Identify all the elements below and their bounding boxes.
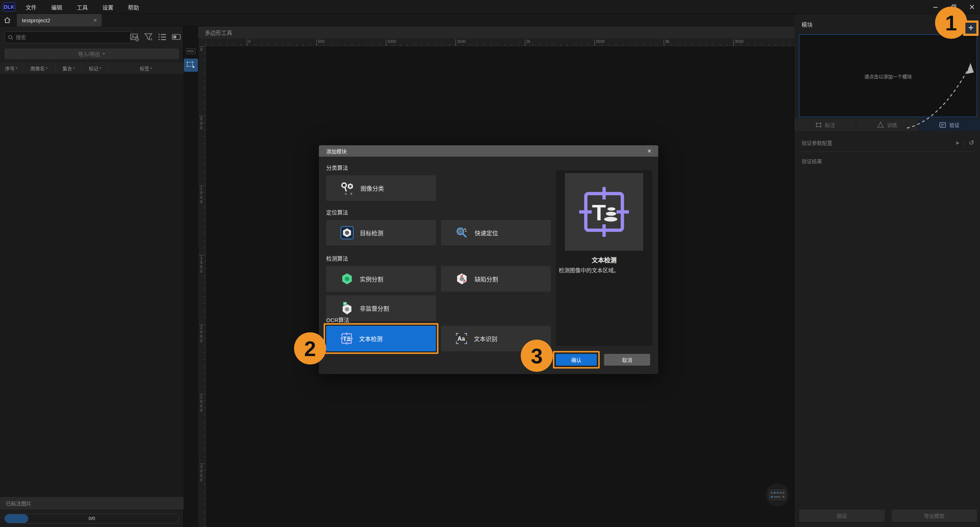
polygon-tool-icon bbox=[186, 61, 196, 70]
column-header-index[interactable]: 序号▾ bbox=[0, 62, 23, 74]
column-header-set[interactable]: 集合▾ bbox=[56, 62, 82, 74]
tool-title-bar: 多边形工具 bbox=[198, 26, 794, 38]
annotated-images-header: 已标注图片 bbox=[0, 497, 184, 509]
list-view-icon[interactable] bbox=[158, 32, 167, 42]
fast-positioning-icon bbox=[455, 226, 469, 240]
import-export-button[interactable]: 导入/导出 ▼ bbox=[5, 48, 179, 59]
filter-icon[interactable] bbox=[144, 32, 153, 42]
dialog-close-icon[interactable]: ✕ bbox=[647, 148, 658, 155]
ruler-label: 0 bbox=[247, 39, 250, 46]
search-input[interactable] bbox=[16, 34, 127, 40]
ruler-label: 3k bbox=[664, 39, 670, 46]
svg-text:T: T bbox=[343, 336, 347, 342]
step-annotation-2: 2 bbox=[294, 332, 326, 364]
module-panel-title: 模块 bbox=[802, 21, 813, 28]
column-header-label[interactable]: 标签▾ bbox=[108, 62, 184, 74]
title-bar: DLK 文件 编辑 工具 设置 帮助 bbox=[0, 0, 980, 14]
preview-title: 文本检测 bbox=[556, 255, 652, 264]
menu-file[interactable]: 文件 bbox=[25, 3, 37, 11]
divider bbox=[799, 152, 975, 152]
validation-result-label: 验证结果 bbox=[802, 157, 822, 164]
module-option-text-detection[interactable]: T 文本检测 bbox=[326, 326, 436, 351]
defect-segmentation-icon bbox=[455, 272, 469, 286]
step-annotation-1: 1 bbox=[935, 6, 967, 39]
svg-text:Aa: Aa bbox=[457, 335, 465, 342]
search-icon bbox=[8, 34, 14, 40]
menu-edit[interactable]: 编辑 bbox=[51, 3, 62, 11]
roi-icon: ROI bbox=[186, 48, 196, 54]
image-classification-icon: AB bbox=[340, 181, 355, 195]
dialog-header[interactable]: 添加模块 ✕ bbox=[319, 145, 658, 157]
add-module-highlight: + bbox=[963, 21, 978, 36]
validation-param-label: 验证参数配置 bbox=[794, 139, 832, 146]
module-option-fast-positioning[interactable]: 快速定位 bbox=[441, 220, 551, 246]
menu-help[interactable]: 帮助 bbox=[128, 3, 139, 11]
gallery-settings-icon[interactable] bbox=[130, 32, 139, 42]
shortcut-keyboard-icon[interactable] bbox=[766, 483, 789, 506]
menu-bar: 文件 编辑 工具 设置 帮助 bbox=[19, 0, 139, 14]
text-recognition-icon: Aa bbox=[455, 332, 468, 345]
dialog-title: 添加模块 bbox=[319, 147, 347, 155]
add-module-button[interactable]: + bbox=[966, 23, 976, 34]
tool-title: 多边形工具 bbox=[198, 29, 232, 36]
preview-description: 检测图像中的文本区域。 bbox=[559, 266, 650, 274]
module-option-image-classification[interactable]: AB 图像分类 bbox=[326, 175, 436, 201]
module-option-defect-segmentation[interactable]: 缺陷分割 bbox=[441, 266, 551, 292]
project-tab[interactable]: testproject2 ✕ bbox=[17, 14, 102, 26]
add-module-dialog: 添加模块 ✕ 分类算法 AB 图像分类 定位算法 目标检测 快速定位 检测算法 … bbox=[319, 145, 658, 374]
svg-text:T: T bbox=[592, 200, 606, 225]
ruler-label: 500 bbox=[199, 116, 203, 130]
annotate-icon bbox=[815, 121, 822, 128]
search-box bbox=[5, 32, 131, 43]
project-tab-label: testproject2 bbox=[17, 17, 51, 24]
column-header-name[interactable]: 图像名▾ bbox=[23, 62, 56, 74]
canvas-mini-toolbar: ROI bbox=[184, 45, 198, 72]
ruler-label: 2500 bbox=[594, 39, 605, 46]
menu-settings[interactable]: 设置 bbox=[102, 3, 113, 11]
progress-text: 0/0 bbox=[5, 514, 179, 523]
application-window: DLK 文件 编辑 工具 设置 帮助 testproject2 ✕ bbox=[0, 0, 980, 527]
polygon-tool-button[interactable] bbox=[184, 59, 198, 72]
ruler-label: 1000 bbox=[199, 185, 203, 204]
ruler-label: 2500 bbox=[199, 394, 203, 413]
reset-history-icon[interactable]: ↺ bbox=[969, 139, 974, 147]
module-panel: 模块 请点击以添加一个模块 + 标注 训练 验证 验证参数配 bbox=[794, 14, 980, 527]
layout-toggle-icon[interactable] bbox=[172, 32, 181, 42]
validate-button[interactable]: 验证 bbox=[799, 509, 885, 522]
menu-tools[interactable]: 工具 bbox=[77, 3, 88, 11]
preview-icon-box: T bbox=[565, 173, 643, 251]
horizontal-ruler: 0500100015002k25003k3500 bbox=[206, 38, 794, 46]
roi-tool-button[interactable]: ROI bbox=[184, 45, 198, 58]
panel-action-buttons: 验证 导出模型 bbox=[799, 509, 977, 522]
tab-close-icon[interactable]: ✕ bbox=[93, 18, 102, 23]
list-toolbar bbox=[130, 32, 181, 42]
confirm-button[interactable]: 确认 bbox=[556, 354, 597, 366]
step-annotation-3: 3 bbox=[521, 340, 553, 372]
ruler-label: 1500 bbox=[455, 39, 466, 46]
text-detection-icon: T bbox=[340, 332, 353, 345]
ruler-label: 2k bbox=[525, 39, 531, 46]
module-option-object-detection[interactable]: 目标检测 bbox=[326, 220, 436, 246]
section-classification: 分类算法 bbox=[326, 164, 348, 171]
chevron-down-icon: ▼ bbox=[102, 52, 105, 56]
svg-text:B: B bbox=[350, 192, 352, 195]
image-list-body[interactable] bbox=[0, 74, 184, 497]
step1-dashed-arrow bbox=[878, 51, 980, 139]
object-detection-icon bbox=[340, 226, 354, 240]
ruler-label: 1500 bbox=[199, 255, 203, 274]
vertical-ruler: 050010001500200025003000 bbox=[199, 38, 206, 527]
column-header-mark[interactable]: 标记▾ bbox=[82, 62, 108, 74]
minimize-button[interactable] bbox=[932, 4, 938, 10]
export-model-button[interactable]: 导出模型 bbox=[891, 509, 977, 522]
close-button[interactable] bbox=[969, 4, 975, 10]
module-preview-panel: T 文本检测 检测图像中的文本区域。 bbox=[556, 170, 652, 346]
section-detection: 检测算法 bbox=[326, 254, 348, 262]
home-icon[interactable] bbox=[3, 16, 11, 26]
ruler-label: 500 bbox=[316, 39, 325, 46]
expand-icon[interactable]: ▶ bbox=[956, 140, 959, 145]
cancel-button[interactable]: 取消 bbox=[604, 354, 650, 366]
ruler-label: 1000 bbox=[386, 39, 396, 46]
tab-annotate[interactable]: 标注 bbox=[794, 118, 856, 131]
module-option-instance-segmentation[interactable]: 实例分割 bbox=[326, 266, 436, 292]
app-logo: DLK bbox=[3, 3, 15, 11]
